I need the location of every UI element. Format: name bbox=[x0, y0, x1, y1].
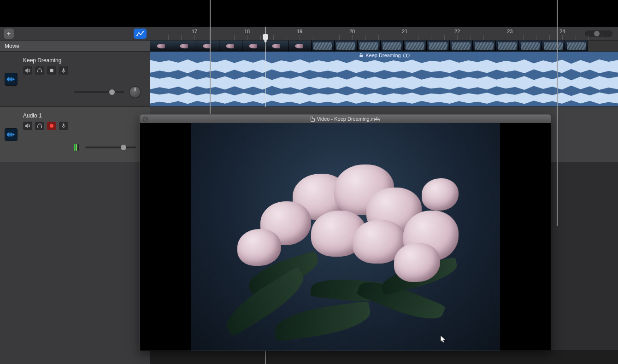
playhead[interactable] bbox=[265, 27, 266, 107]
movie-lane-header[interactable]: Movie bbox=[0, 41, 150, 52]
movie-thumbnail[interactable] bbox=[496, 41, 519, 52]
top-black-bar bbox=[0, 0, 618, 27]
headphones-icon bbox=[37, 123, 42, 129]
track-controls bbox=[23, 66, 146, 75]
ruler-tick-label: 24 bbox=[559, 29, 565, 34]
movie-thumbnail[interactable] bbox=[450, 41, 473, 52]
movie-thumbnail[interactable] bbox=[242, 41, 265, 52]
ruler[interactable]: 161718192021222324 bbox=[150, 27, 618, 41]
svg-point-1 bbox=[142, 31, 144, 32]
movie-thumbnail[interactable] bbox=[381, 41, 404, 52]
waveform-icon bbox=[6, 76, 16, 83]
svg-rect-2 bbox=[37, 71, 38, 72]
svg-rect-6 bbox=[41, 126, 42, 128]
ruler-tick-label: 19 bbox=[297, 29, 302, 34]
movie-thumbnail[interactable] bbox=[265, 41, 288, 52]
movie-thumbnail[interactable] bbox=[312, 41, 335, 52]
mic-icon bbox=[61, 68, 66, 73]
bottom-strip bbox=[150, 350, 618, 364]
cursor-icon bbox=[440, 335, 447, 343]
add-track-button[interactable]: + bbox=[4, 29, 14, 39]
playhead-handle[interactable] bbox=[263, 34, 268, 41]
mute-icon bbox=[25, 68, 30, 73]
track-mix-row bbox=[74, 86, 141, 98]
video-window-title: Video - Keep Dreaming.m4v bbox=[311, 116, 381, 122]
app-root: + Movie Keep Dreaming bbox=[0, 0, 618, 364]
automation-icon bbox=[136, 30, 144, 37]
level-meter bbox=[74, 144, 79, 151]
movie-thumbnail[interactable] bbox=[565, 41, 588, 52]
video-window-titlebar[interactable]: Video - Keep Dreaming.m4v bbox=[140, 115, 551, 123]
video-preview-body bbox=[140, 123, 551, 351]
track-controls bbox=[23, 122, 146, 130]
movie-thumbnail[interactable] bbox=[196, 41, 219, 52]
movie-thumbnail[interactable] bbox=[542, 41, 565, 52]
audio-clip-keep-dreaming[interactable]: Keep Dreaming bbox=[150, 52, 618, 106]
close-button[interactable] bbox=[143, 117, 148, 122]
input-monitor-button[interactable] bbox=[59, 122, 68, 130]
svg-rect-4 bbox=[63, 68, 65, 71]
cycle-end-marker[interactable] bbox=[557, 0, 558, 226]
track-header-panel: + Movie Keep Dreaming bbox=[0, 27, 150, 364]
ruler-tick-label: 23 bbox=[507, 29, 512, 34]
lock-icon bbox=[359, 53, 363, 58]
movie-thumbnail[interactable] bbox=[219, 41, 242, 52]
mute-button[interactable] bbox=[23, 66, 32, 75]
track-name-label: Keep Dreaming bbox=[23, 57, 146, 64]
ruler-tick-label: 22 bbox=[454, 29, 460, 34]
movie-thumbnail[interactable] bbox=[404, 41, 427, 52]
movie-thumbnail[interactable] bbox=[427, 41, 450, 52]
track-header-keep-dreaming[interactable]: Keep Dreaming bbox=[0, 52, 150, 107]
volume-slider[interactable] bbox=[85, 147, 136, 148]
stereo-icon bbox=[403, 53, 410, 58]
mute-icon bbox=[25, 123, 30, 129]
video-preview-window[interactable]: Video - Keep Dreaming.m4v bbox=[140, 114, 551, 351]
movie-thumbnail[interactable] bbox=[150, 41, 173, 52]
movie-thumbnail[interactable] bbox=[173, 41, 196, 52]
volume-slider[interactable] bbox=[74, 91, 124, 93]
video-frame bbox=[191, 123, 500, 351]
movie-thumbnail[interactable] bbox=[335, 41, 358, 52]
solo-button[interactable] bbox=[35, 66, 44, 75]
movie-thumbnails bbox=[150, 41, 618, 52]
track-lane-keep-dreaming[interactable]: Keep Dreaming bbox=[150, 52, 618, 107]
input-monitor-button[interactable] bbox=[59, 66, 68, 75]
movie-lane[interactable] bbox=[150, 41, 618, 52]
ruler-tick-label: 21 bbox=[402, 29, 407, 34]
clip-label: Keep Dreaming bbox=[365, 53, 400, 58]
track-name-label: Audio 1 bbox=[23, 112, 146, 119]
svg-rect-3 bbox=[41, 71, 42, 72]
record-enable-button[interactable] bbox=[47, 122, 56, 130]
svg-point-0 bbox=[136, 35, 138, 36]
movie-thumbnail[interactable] bbox=[358, 41, 381, 52]
svg-rect-7 bbox=[63, 123, 65, 126]
panel-header: + bbox=[0, 27, 150, 41]
record-icon bbox=[50, 69, 53, 72]
ruler-tick-label: 17 bbox=[192, 29, 197, 34]
track-icon bbox=[5, 128, 18, 141]
waveform-icon bbox=[6, 131, 16, 138]
automation-toggle-button[interactable] bbox=[134, 29, 147, 39]
track-header-audio-1[interactable]: Audio 1 bbox=[0, 107, 150, 162]
record-enable-button[interactable] bbox=[47, 66, 56, 75]
movie-thumbnail[interactable] bbox=[288, 41, 312, 52]
svg-rect-5 bbox=[37, 126, 38, 128]
bottom-playhead bbox=[265, 350, 266, 364]
movie-thumbnail[interactable] bbox=[519, 41, 542, 52]
clip-title: Keep Dreaming bbox=[359, 53, 409, 58]
svg-rect-8 bbox=[359, 55, 363, 57]
ruler-tick-label: 18 bbox=[244, 29, 250, 34]
ruler-tick-label: 20 bbox=[349, 29, 355, 34]
track-icon bbox=[5, 73, 18, 86]
movie-thumbnail[interactable] bbox=[473, 41, 496, 52]
headphones-icon bbox=[37, 68, 42, 73]
document-icon bbox=[311, 117, 315, 122]
mute-button[interactable] bbox=[23, 122, 32, 130]
mic-icon bbox=[61, 123, 66, 129]
solo-button[interactable] bbox=[35, 122, 44, 130]
pan-knob[interactable] bbox=[129, 86, 141, 98]
record-icon bbox=[50, 124, 53, 128]
